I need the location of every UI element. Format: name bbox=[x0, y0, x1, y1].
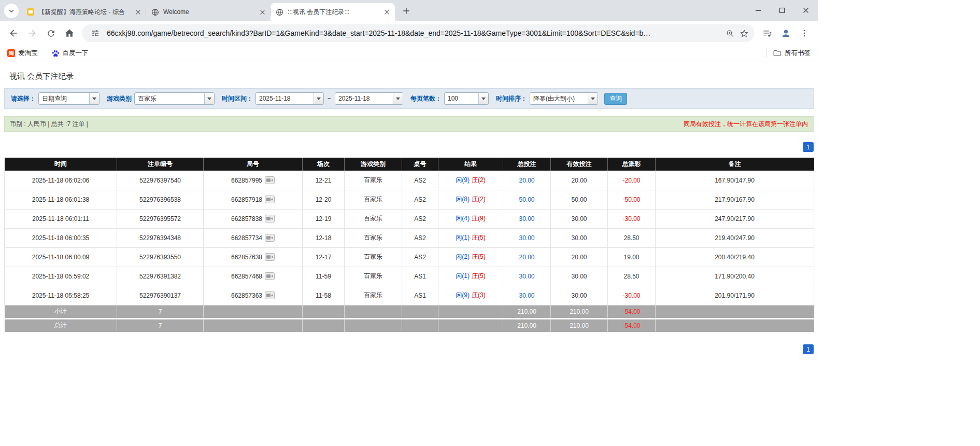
date-start-combobox[interactable]: 2025-11-18 bbox=[255, 92, 324, 105]
date-mode-combobox[interactable]: 日期查询 bbox=[38, 92, 100, 105]
close-window-button[interactable] bbox=[794, 0, 818, 21]
chevron-down-icon[interactable] bbox=[204, 93, 214, 104]
bet-record-row: 2025-11-18 06:00:09 522976393550 6628576… bbox=[5, 247, 814, 267]
cell-session: 12-19 bbox=[303, 209, 345, 228]
cell-total-bet[interactable]: 30.00 bbox=[503, 286, 551, 305]
tab-close-icon[interactable] bbox=[258, 8, 266, 16]
sort-order-value: 降幂(由大到小) bbox=[530, 94, 588, 103]
tabs-container: 【新提醒】海燕策略论坛 - 综合 Welcome :::视讯 会员下注纪录::: bbox=[22, 0, 395, 21]
round-number: 662857638 bbox=[231, 254, 262, 261]
round-number: 662857363 bbox=[231, 292, 262, 299]
table-footer: 小计 7 210.00 210.00 -54.00 总计 7 210.00 21… bbox=[5, 305, 814, 332]
profile-avatar-icon[interactable] bbox=[776, 24, 795, 43]
back-icon[interactable] bbox=[4, 24, 23, 43]
page-number-button[interactable]: 1 bbox=[803, 142, 814, 152]
round-number: 662857995 bbox=[231, 177, 262, 184]
bookmark-item[interactable]: 百度一下 bbox=[51, 49, 89, 58]
maximize-button[interactable] bbox=[770, 0, 794, 21]
page-number-button[interactable]: 1 bbox=[803, 344, 814, 354]
result-player: 闲(8) bbox=[456, 196, 470, 203]
mail-icon bbox=[27, 8, 34, 16]
cell-total-bet[interactable]: 30.00 bbox=[503, 209, 551, 228]
cell-bet-id: 522976394348 bbox=[117, 228, 204, 247]
summary-empty-cell bbox=[303, 305, 345, 318]
zoom-icon[interactable] bbox=[722, 26, 737, 40]
cell-session: 11-59 bbox=[303, 267, 345, 286]
home-icon[interactable] bbox=[60, 24, 79, 43]
new-tab-button[interactable] bbox=[399, 4, 414, 18]
summary-label: 总计 bbox=[5, 318, 117, 332]
tab-search-button[interactable] bbox=[4, 4, 19, 18]
site-settings-icon[interactable] bbox=[88, 26, 103, 40]
cell-remark: 219.40/247.90 bbox=[656, 228, 814, 247]
summary-label: 小计 bbox=[5, 305, 117, 318]
chevron-down-icon[interactable] bbox=[588, 93, 598, 104]
replay-video-icon[interactable] bbox=[265, 291, 275, 299]
cell-game-type: 百家乐 bbox=[345, 171, 402, 190]
replay-video-icon[interactable] bbox=[265, 176, 275, 184]
chevron-down-icon[interactable] bbox=[478, 93, 488, 104]
cell-table-no: AS2 bbox=[402, 228, 438, 247]
sort-order-combobox[interactable]: 降幂(由大到小) bbox=[530, 92, 598, 105]
cell-bet-id: 522976391382 bbox=[117, 267, 204, 286]
minimize-button[interactable] bbox=[746, 0, 770, 21]
browser-tab[interactable]: 【新提醒】海燕策略论坛 - 综合 bbox=[22, 3, 146, 21]
cell-result: 闲(8)庄(2) bbox=[438, 190, 503, 209]
chevron-down-icon[interactable] bbox=[393, 93, 403, 104]
browser-tab[interactable]: :::视讯 会员下注纪录::: bbox=[271, 3, 395, 21]
globe-icon bbox=[151, 8, 159, 16]
menu-icon[interactable] bbox=[795, 24, 814, 43]
cell-round: 662857468 bbox=[204, 267, 303, 286]
url-text[interactable]: 66cxkj98.com/game/betrecord_search/kind3… bbox=[107, 29, 718, 37]
browser-tab[interactable]: Welcome bbox=[146, 3, 271, 21]
cell-table-no: AS2 bbox=[402, 190, 438, 209]
replay-video-icon[interactable] bbox=[265, 196, 275, 203]
reload-icon[interactable] bbox=[41, 24, 60, 43]
forward-icon[interactable] bbox=[23, 24, 41, 43]
chevron-down-icon[interactable] bbox=[89, 93, 99, 104]
cell-total-bet[interactable]: 30.00 bbox=[503, 267, 551, 286]
cell-table-no: AS2 bbox=[402, 247, 438, 267]
cell-result: 闲(2)庄(5) bbox=[438, 247, 503, 267]
filter-label-select: 请选择： bbox=[11, 94, 36, 103]
replay-video-icon[interactable] bbox=[265, 272, 275, 280]
cell-total-bet[interactable]: 30.00 bbox=[503, 228, 551, 247]
chevron-down-icon[interactable] bbox=[314, 93, 323, 104]
page-size-combobox[interactable]: 100 bbox=[444, 92, 489, 105]
result-banker: 庄(2) bbox=[472, 196, 486, 203]
replay-video-icon[interactable] bbox=[265, 215, 275, 222]
cell-total-bet[interactable]: 20.00 bbox=[503, 247, 551, 267]
summary-empty-cell bbox=[656, 305, 814, 318]
cell-remark: 171.90/200.40 bbox=[656, 267, 814, 286]
cell-payout: -30.00 bbox=[608, 209, 656, 228]
bookmark-item[interactable]: 淘 爱淘宝 bbox=[7, 49, 38, 58]
media-controls-icon[interactable] bbox=[758, 24, 776, 43]
column-header: 场次 bbox=[303, 158, 345, 171]
replay-video-icon[interactable] bbox=[265, 234, 275, 242]
column-header: 备注 bbox=[656, 158, 814, 171]
cell-total-bet[interactable]: 20.00 bbox=[503, 171, 551, 190]
tab-close-icon[interactable] bbox=[134, 8, 142, 16]
column-header: 总派彩 bbox=[608, 158, 656, 171]
window-controls bbox=[746, 0, 818, 21]
cell-bet-id: 522976395572 bbox=[117, 209, 204, 228]
cell-round: 662857918 bbox=[204, 190, 303, 209]
cell-round: 662857363 bbox=[204, 286, 303, 305]
cell-remark: 201.90/171.90 bbox=[656, 286, 814, 305]
cell-total-bet[interactable]: 50.00 bbox=[503, 190, 551, 209]
replay-video-icon[interactable] bbox=[265, 253, 275, 261]
desktop: 【新提醒】海燕策略论坛 - 综合 Welcome :::视讯 会员下注纪录:::… bbox=[0, 0, 980, 446]
game-type-combobox[interactable]: 百家乐 bbox=[134, 92, 215, 105]
round-number: 662857468 bbox=[231, 273, 262, 280]
summary-valid-bet: 210.00 bbox=[551, 305, 608, 318]
bookmark-star-icon[interactable] bbox=[737, 26, 751, 40]
cell-remark: 217.90/167.90 bbox=[656, 190, 814, 209]
round-number: 662857918 bbox=[231, 196, 262, 203]
tab-close-icon[interactable] bbox=[382, 8, 391, 16]
all-bookmarks-button[interactable]: 所有书签 bbox=[766, 49, 811, 58]
address-bar[interactable]: 66cxkj98.com/game/betrecord_search/kind3… bbox=[82, 24, 755, 42]
query-button[interactable]: 查询 bbox=[604, 93, 627, 105]
date-end-combobox[interactable]: 2025-11-18 bbox=[335, 92, 403, 105]
result-player: 闲(9) bbox=[456, 291, 470, 299]
cell-valid-bet: 20.00 bbox=[551, 247, 608, 267]
